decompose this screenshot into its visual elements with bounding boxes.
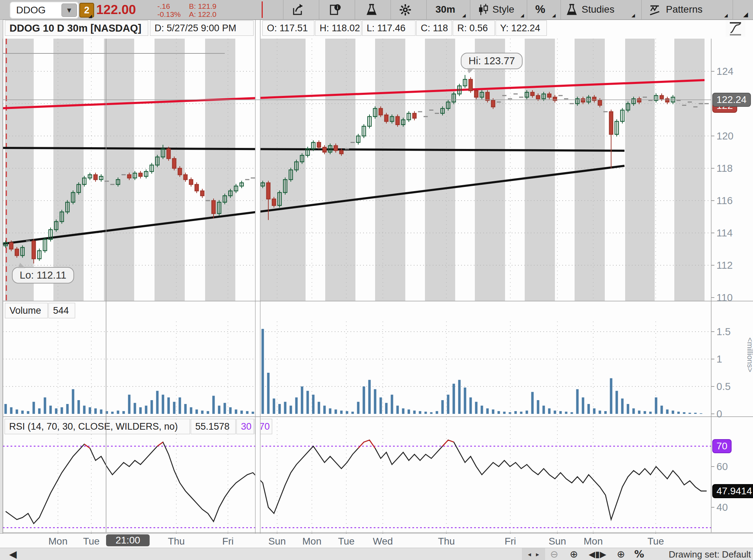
trading-platform-window: DDOG ▼ 2 ◢ 122.00 -.16 -0.13% B: 121.9 A… (0, 0, 753, 560)
time-tick-label: Wed (373, 536, 393, 547)
week-divider (255, 20, 260, 547)
time-tick-label: Thu (438, 536, 455, 547)
time-tick-label: Mon (48, 536, 67, 547)
rsi-line (3, 440, 711, 528)
scroll-step-buttons[interactable]: ◂▸ (522, 548, 545, 560)
time-tick-label: Mon (584, 536, 603, 547)
auto-center-icon[interactable]: ⊕ (617, 548, 625, 560)
time-tick-label: Thu (168, 536, 185, 547)
crosshair-time-badge: 21:00 (106, 534, 150, 546)
rsi-band-badge: 70 (712, 439, 732, 453)
drawing-set-selector[interactable]: Drawing set: Default (669, 549, 751, 560)
fit-width-icon[interactable]: ◀▮▶ (589, 549, 606, 559)
rsi-value-badge: 47.9414 (712, 484, 753, 498)
time-tick-label: Tue (83, 536, 99, 547)
svg-text:0.5: 0.5 (716, 381, 731, 392)
svg-text:60: 60 (716, 461, 728, 472)
time-axis[interactable]: 21:00 MonTueThuFriSunMonTueWedThuFriSunM… (0, 533, 753, 548)
zoom-out-icon[interactable]: ⊖ (550, 548, 558, 560)
step-right-icon[interactable]: ▸ (536, 551, 539, 558)
time-tick-label: Tue (338, 536, 354, 547)
crosshair-price-badge: 122.24 (712, 93, 751, 107)
percent-zoom-icon[interactable]: % (634, 548, 644, 560)
time-tick-label: Mon (302, 536, 321, 547)
chart-scrollbar[interactable]: ◀ ◂▸ ⊖ ⊕ ◀▮▶ ⊕ % Drawing set: Default (0, 548, 753, 560)
low-annotation-bubble: Lo: 112.11 (12, 267, 74, 284)
time-tick-label: Fri (222, 536, 234, 547)
zoom-in-icon[interactable]: ⊕ (570, 548, 578, 560)
svg-text:40: 40 (716, 502, 728, 513)
svg-text:1.5: 1.5 (716, 326, 731, 337)
svg-text:112: 112 (716, 260, 733, 271)
svg-text:110: 110 (716, 292, 733, 303)
svg-text:1: 1 (716, 353, 722, 365)
svg-text:0: 0 (716, 408, 722, 419)
svg-text:<millions>: <millions> (746, 337, 753, 372)
svg-text:116: 116 (716, 195, 733, 206)
time-tick-label: Sun (549, 536, 566, 547)
scroll-left-icon[interactable]: ◀ (9, 548, 17, 560)
time-tick-label: Sun (268, 536, 286, 547)
high-annotation-bubble: Hi: 123.77 (461, 53, 523, 69)
svg-text:120: 120 (716, 130, 733, 142)
svg-text:118: 118 (716, 163, 733, 174)
price-chart[interactable]: 1241201181161141121101.510.506040<millio… (0, 0, 753, 560)
svg-text:114: 114 (716, 227, 733, 239)
time-tick-label: Fri (505, 536, 516, 547)
volume-bars (5, 329, 702, 414)
step-left-icon[interactable]: ◂ (528, 551, 531, 558)
svg-text:124: 124 (716, 66, 733, 77)
time-tick-label: Tue (647, 536, 664, 547)
